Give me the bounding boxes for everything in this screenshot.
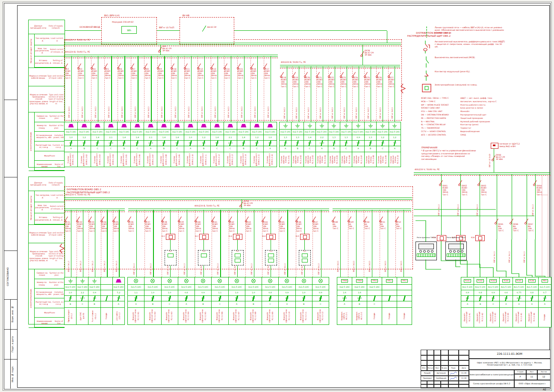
current-cell: 1,4 <box>211 135 224 141</box>
feeder-wire <box>356 210 357 277</box>
circuit-column: Резерв <box>101 277 113 325</box>
cable-tag: ВВГнг 3х2,5 <box>337 261 339 272</box>
qf-label: QF34RCBO10A30mAТип C <box>101 221 107 232</box>
phase-cell: C <box>104 146 117 152</box>
socket-symbol <box>68 124 74 127</box>
cable-cell: 3х1,5-10С <box>279 285 295 290</box>
thermostat-box: Т/ст <box>198 250 210 265</box>
cable-cell: 3х2,5-16С <box>377 130 388 135</box>
phase-cell: A <box>184 146 197 152</box>
power-cell: 5,0 <box>352 141 364 146</box>
feeder-wire <box>170 210 171 277</box>
feeder-wire <box>311 66 311 122</box>
description-cell: Фанкойл офисной зоныFC-5.2-09 <box>262 308 278 325</box>
feeder-group: QF36RCBO10A30mAТип CВВГнг 3х1,5QF37RCBO1… <box>128 210 329 277</box>
phase-cell: A <box>526 301 538 308</box>
qf-label: QF27RCBO16A30mAТип C <box>389 77 394 88</box>
earth-symbol <box>295 124 300 128</box>
circuit-symbol-cell <box>65 277 76 285</box>
feeder: QF18RCBO16A30mAТип CВВГнг 3х2,5 <box>281 66 292 122</box>
line-name: Фанкойл потолочный <box>503 308 507 327</box>
circuit-column: 3х1,5-10С1,05,0BФанкойл офисной зоныFC-5… <box>144 277 161 325</box>
line-name: Розетки рабочих мест <box>253 153 258 166</box>
circuit-symbol-cell <box>224 122 237 130</box>
cable-tag: ВВГнг 3х2,5 <box>121 106 123 118</box>
phase-cell: B <box>237 146 250 152</box>
feeder: QF47RCBO10A30mAТип CВВГнг 3х1,5 <box>312 210 329 277</box>
cable-cell: 3х2,5-16С <box>131 130 144 135</box>
line-id: PC-5.2-05 <box>336 155 339 164</box>
feeder: QF46RCBO10A30mAТип CВВГнг 3х1,5KL5Т/ст <box>296 210 312 277</box>
line-id: FC-5.2-41 <box>469 313 471 321</box>
circuit-column: 3х2,5-16С2,113,0CРозетки рабочих местBRM… <box>224 122 237 167</box>
contactor-label: KL3 <box>229 235 232 237</box>
breaker-dot <box>492 159 494 161</box>
phase-cell: A <box>539 301 551 308</box>
info-row: Установленная мощность, кВтInstalled pow… <box>35 289 65 298</box>
feeder: QF8RCBO16A30mAТип CВВГнг 3х2,5 <box>144 56 157 122</box>
feeder: QF48ВА16AТип CВВГнг 3х2,5 <box>333 210 348 277</box>
bottom-main-bus <box>64 199 412 200</box>
break-mark-icon <box>400 84 406 93</box>
line-name: Розетки рабочих мест <box>160 153 165 166</box>
strip-label: Взам. инв. № <box>11 300 14 328</box>
power-cell: 4,0 <box>195 296 211 301</box>
cable-cell: 3х2,5-16С <box>184 130 197 135</box>
feeder-wire <box>287 210 288 277</box>
qf-label: QF33RCBO10A30mAТип C <box>89 221 94 232</box>
line-id: BRM-5.2-06 <box>139 154 141 165</box>
power-cell: 8,0 <box>65 141 77 146</box>
line-id: FC-5.2-42 <box>482 313 484 321</box>
abbrev-row: PE — PROTECTIVE EARTHЗащитный проводник <box>421 117 507 120</box>
power-cell: 5,5 <box>212 296 228 301</box>
feeder: QF51ВА16AТип CВВГнг 3х2,5 <box>380 210 395 277</box>
current-cell: 0,6 <box>500 290 512 296</box>
description-cell: Ролл-ставниRS-5.2 <box>88 308 100 325</box>
notes-title: ПРИМЕЧАНИЯ: <box>421 146 476 149</box>
circuit-symbol-cell <box>162 277 178 285</box>
feeder: QF44RCBO10A30mAТип CВВГнг 3х1,5KL4Т/ст <box>262 210 279 277</box>
description-cell: Розетки рабочих местBRM-5.2-02 <box>78 152 91 167</box>
line-name: Привод ворот <box>68 309 70 322</box>
feeder: QF52ВА16AТип CВВГнг 3х2,5 <box>395 210 411 277</box>
description-cell: Розетки рабочих местBRM-5.2-16 <box>264 152 277 167</box>
qf-label: QF3RCBO16A30mAТип C <box>78 68 84 79</box>
cable-tag: ВВГнг 3х1,5 <box>184 263 186 274</box>
fan-symbol <box>184 278 189 283</box>
cable-cell: 3х2,5-16С <box>65 130 77 135</box>
socket-symbol <box>135 124 140 127</box>
abbrev-row: KL — CONTACTOR RELAYКонтактор (реле) <box>421 123 507 127</box>
signature-icon <box>450 371 457 375</box>
feeder-wire <box>136 210 137 277</box>
current-cell: 0,9 <box>195 290 211 296</box>
cable-tag: ВВГнг 3х2,5 <box>82 106 83 118</box>
line-name: Фанкойл офисной зоны <box>300 308 304 324</box>
thermostat-box: Т/ст <box>265 250 277 265</box>
description-cell: Розетки офисных помещ.PC-5.2-09 <box>377 152 388 167</box>
circuit-symbol-cell <box>312 277 329 285</box>
line-id: FC-5.2-09 <box>272 312 274 320</box>
abbrev-en: MCB — TYPE C <box>421 100 460 103</box>
line-name: Розетки офисных помещ. <box>366 153 372 166</box>
current-cell: 0,8 <box>526 290 538 296</box>
circuit-symbol-cell: ГР48 <box>337 277 352 285</box>
phase-cell <box>101 301 112 308</box>
line-id: FC-5.2-05 <box>205 312 207 320</box>
feeder-wire <box>164 56 165 122</box>
cable-tag: ВВГнг 3х2,5 <box>308 107 309 118</box>
top-group2-bus <box>280 65 400 65</box>
circuit-symbol-cell <box>280 122 291 130</box>
phase-cell: C <box>212 301 228 308</box>
earth-symbol <box>80 279 85 283</box>
phase-cell: B <box>292 146 303 152</box>
circuit-symbol-cell: FC43 <box>487 277 499 285</box>
circuit-symbol-cell: ГР52 <box>397 277 412 285</box>
strip-label: СОГЛАСОВАНО <box>6 255 9 298</box>
feeder-wire <box>203 210 204 277</box>
cable-tag: ВВГнг 3х2,5 <box>95 106 97 118</box>
qf-label: QF43RCBO10A30mAТип C <box>246 221 251 232</box>
qf-label: QF11RCBO16A30mAТип C <box>185 68 190 79</box>
line-name: Фанкойл офисной зоны <box>267 308 271 324</box>
current-cell: 0,9 <box>279 290 295 296</box>
qf-label: QF60ВА 47-293P 40A <box>496 154 505 160</box>
